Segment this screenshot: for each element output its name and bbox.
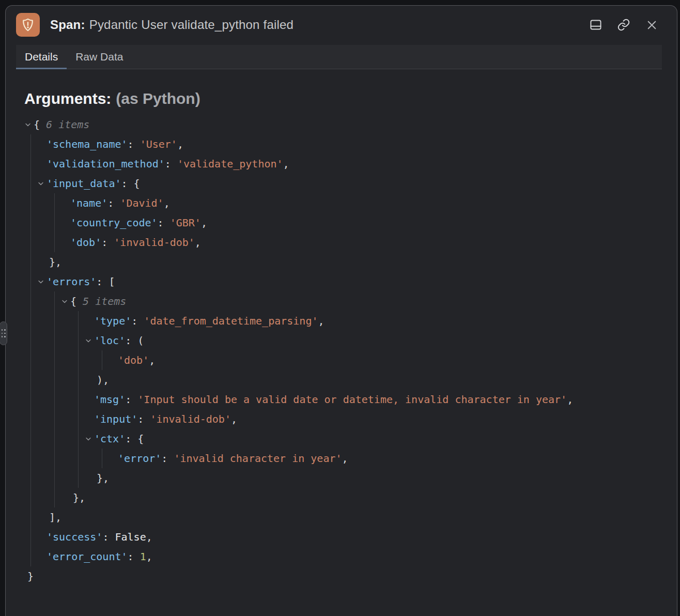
tree-open-bracket: {	[134, 177, 140, 190]
grip-dots	[4, 329, 6, 337]
tree-key: 'error'	[118, 452, 161, 465]
tree-children: 'error': 'invalid character in year',	[102, 449, 677, 468]
tree-key: 'errors'	[47, 275, 96, 288]
tree-punct: :	[161, 452, 174, 465]
tree-children: {5 items'type': 'date_from_datetime_pars…	[54, 291, 677, 507]
tree-punct: ,	[567, 393, 573, 406]
tree-row: 'input_data': {	[31, 174, 677, 193]
tree-close-bracket: ),	[97, 374, 109, 386]
tree-open-bracket: {	[34, 118, 40, 131]
tree-row: 'dob': 'invalid-dob',	[55, 233, 677, 252]
tree-key: 'ctx'	[94, 433, 125, 445]
tree-close-bracket: ],	[49, 511, 61, 523]
chevron-down-icon[interactable]	[85, 337, 92, 344]
panel-title: Span:Pydantic User validate_python faile…	[50, 18, 293, 32]
tree-punct: ,	[149, 354, 155, 366]
tree-punct: ,	[177, 138, 183, 150]
tree-value: 'Input should be a valid date or datetim…	[137, 393, 567, 406]
chevron-down-icon[interactable]	[61, 298, 68, 305]
tree-key: 'type'	[94, 315, 131, 327]
tree-key: 'msg'	[94, 393, 125, 406]
tree-row: {5 items	[55, 291, 677, 311]
arguments-heading: Arguments:(as Python)	[24, 90, 677, 107]
tree-children: 'type': 'date_from_datetime_parsing','lo…	[78, 311, 677, 488]
tree-value: False	[115, 531, 146, 543]
tree-value: 'date_from_datetime_parsing'	[144, 315, 318, 327]
tab-details[interactable]: Details	[16, 45, 67, 69]
tree-key: 'dob'	[70, 236, 101, 249]
tree-punct: :	[107, 197, 120, 209]
tree-row: 'loc': (	[79, 331, 677, 350]
tree-punct: :	[128, 138, 140, 150]
span-detail-panel: Span:Pydantic User validate_python faile…	[5, 5, 677, 616]
tree-punct: :	[125, 334, 137, 347]
tree-punct: :	[137, 413, 150, 425]
dialog-header: Span:Pydantic User validate_python faile…	[6, 6, 677, 45]
tree-key: 'success'	[47, 531, 102, 543]
tree-open-bracket: {	[70, 295, 76, 307]
tree-key: 'loc'	[94, 334, 125, 347]
tree-close-bracket: }	[27, 570, 34, 582]
tree-punct: :	[125, 433, 137, 445]
tree-key: 'input_data'	[47, 177, 121, 190]
tree-open-bracket: [	[109, 275, 115, 288]
dock-bottom-icon	[589, 18, 602, 32]
link-icon	[617, 18, 630, 32]
tree-item-count: 5 items	[83, 295, 126, 307]
tree-item-count: 6 items	[46, 118, 89, 131]
tree-row: 'schema_name': 'User',	[31, 134, 677, 154]
tree-value: 'dob'	[118, 354, 149, 366]
tree-punct: ,	[146, 531, 152, 543]
tree-punct: :	[131, 315, 144, 327]
chevron-down-icon[interactable]	[37, 278, 44, 285]
tree-row: }	[6, 566, 677, 586]
tree-row: },	[79, 468, 677, 488]
tree-value: 'GBR'	[170, 217, 201, 229]
tree-punct: :	[125, 393, 137, 406]
tree-value: 1	[140, 550, 146, 563]
tree-punct: ,	[283, 158, 289, 170]
tree-punct: :	[96, 275, 109, 288]
tree-row: 'country_code': 'GBR',	[55, 213, 677, 233]
tree-row: {6 items	[6, 115, 677, 134]
tab-raw-data[interactable]: Raw Data	[67, 45, 132, 69]
tree-value: 'invalid character in year'	[174, 452, 342, 465]
chevron-down-icon[interactable]	[37, 180, 44, 187]
arguments-json-tree: {6 items'schema_name': 'User','validatio…	[6, 115, 677, 586]
close-icon	[645, 19, 658, 32]
copy-link-button[interactable]	[616, 17, 631, 33]
tree-row: 'ctx': {	[79, 429, 677, 449]
tree-children: 'name': 'David','country_code': 'GBR','d…	[54, 193, 677, 252]
tree-punct: :	[101, 236, 114, 249]
tree-children: 'dob',	[102, 350, 677, 370]
dock-panel-button[interactable]	[588, 17, 604, 33]
resize-handle[interactable]	[0, 321, 7, 345]
tree-punct: :	[165, 158, 177, 170]
tree-punct: ,	[342, 452, 348, 465]
tree-value: 'David'	[120, 197, 163, 209]
arguments-heading-prefix: Arguments:	[24, 90, 111, 107]
tree-row: ),	[79, 370, 677, 390]
close-button[interactable]	[644, 17, 659, 33]
panel-title-kind: Span:	[50, 18, 85, 32]
tree-row: },	[31, 252, 677, 272]
tree-row: 'dob',	[102, 350, 677, 370]
tree-row: ],	[31, 507, 677, 527]
tree-row: 'type': 'date_from_datetime_parsing',	[79, 311, 677, 331]
tree-punct: ,	[201, 217, 207, 229]
tree-row: 'success': False,	[31, 527, 677, 547]
tree-open-bracket: {	[137, 433, 144, 445]
tree-punct: :	[121, 177, 134, 190]
tree-value: 'User'	[140, 138, 177, 150]
tree-punct: ,	[146, 550, 152, 563]
tree-punct: :	[158, 217, 170, 229]
tree-open-bracket: (	[137, 334, 144, 347]
tree-row: 'msg': 'Input should be a valid date or …	[79, 390, 677, 409]
tree-row: 'error_count': 1,	[31, 547, 677, 566]
tree-row: 'error': 'invalid character in year',	[102, 449, 677, 468]
arguments-heading-suffix: (as Python)	[116, 90, 200, 107]
chevron-down-icon[interactable]	[85, 435, 92, 442]
chevron-down-icon[interactable]	[24, 121, 32, 128]
alert-shield-icon	[16, 13, 40, 37]
tab-bar: Details Raw Data	[16, 45, 662, 69]
